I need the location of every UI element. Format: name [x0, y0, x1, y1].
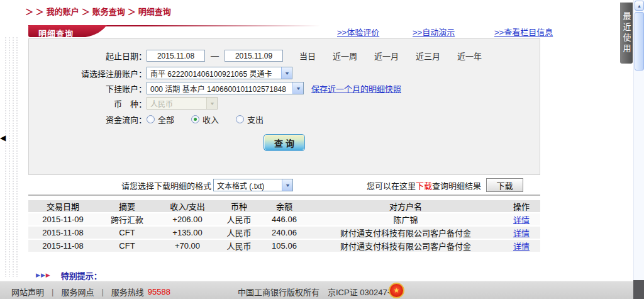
registered-account-value: 南平 6222001406100921065 灵通卡: [147, 68, 281, 79]
recently-used-tab[interactable]: 最近使用: [620, 3, 633, 64]
download-hint-emphasis: 下载: [416, 181, 432, 191]
special-notice: ▶ ▶ ▶ 特别提示：: [36, 269, 102, 281]
quick-range-week[interactable]: 近一周: [333, 50, 357, 62]
cell-summary: CFT: [97, 227, 157, 239]
quick-range-links: 当日 近一周 近一月 近三月 近一年: [299, 50, 482, 62]
download-button[interactable]: 下载: [486, 178, 523, 192]
service-branch-link[interactable]: 服务网点: [61, 286, 94, 298]
flow-radio-all[interactable]: 全部: [147, 113, 174, 125]
transaction-table: 交易日期 摘要 收入/支出 币种 余额 对方户名 操作 2015-11-09 跨…: [28, 199, 540, 253]
currency-value: 人民币: [147, 98, 206, 109]
auto-demo-link[interactable]: >>自动演示: [413, 26, 455, 38]
scroll-up-arrow-icon: ▲: [637, 4, 641, 8]
footer-links: 网站声明 | 服务网点 | 服务热线 95588: [11, 286, 170, 298]
flow-radio-income[interactable]: 收入: [191, 113, 219, 125]
breadcrumb-separator: ＞: [128, 7, 136, 16]
sub-account-label: 下挂账户：: [29, 82, 147, 94]
registered-account-label: 请选择注册账户：: [29, 67, 147, 79]
radio-icon: [236, 115, 244, 123]
cell-amount: +206.00: [157, 213, 218, 225]
radio-icon: [147, 115, 155, 123]
detail-link[interactable]: 详情: [513, 242, 530, 251]
cell-counterparty: 财付通支付科技有限公司客户备付金: [309, 227, 502, 239]
left-margin-texture: [4, 37, 20, 277]
cell-counterparty: 财付通支付科技有限公司客户备付金: [309, 240, 502, 252]
cell-summary: CFT: [97, 240, 157, 252]
flow-radio-all-label: 全部: [158, 113, 174, 125]
column-info-link[interactable]: >>查看栏目信息: [494, 26, 553, 38]
quick-range-quarter[interactable]: 近三月: [416, 50, 440, 62]
fund-flow-row: 资金流向： 全部 收入 支出: [29, 113, 540, 125]
page-title: 明细查询: [38, 27, 74, 39]
security-badge-icon[interactable]: ★: [389, 283, 404, 298]
table-row: 2015-11-08 CFT +135.00 人民币 240.06 财付通支付科…: [28, 227, 540, 239]
cell-action: 详情: [502, 240, 540, 252]
currency-label: 币 种：: [29, 98, 147, 110]
query-button-row: 查 询: [29, 134, 540, 151]
col-summary: 摘要: [97, 200, 157, 212]
date-range-label: 起止日期：: [29, 50, 147, 62]
cell-action: 详情: [502, 213, 540, 225]
cell-amount: +135.00: [157, 227, 218, 239]
vertical-scrollbar: ▲: [633, 0, 644, 280]
section-divider: [28, 195, 540, 196]
download-format-label: 请您选择下载明细的格式: [121, 179, 211, 191]
breadcrumb-separator: ＞: [82, 7, 90, 16]
cell-currency: 人民币: [218, 227, 260, 239]
breadcrumb-prefix: ＞ ＞: [25, 7, 44, 16]
hotline-number: 95588: [148, 287, 170, 296]
table-row: 2015-11-08 CFT +70.00 人民币 105.06 财付通支付科技…: [28, 240, 540, 252]
registered-account-select[interactable]: 南平 6222001406100921065 灵通卡 ▼: [147, 67, 292, 79]
flow-radio-expense-label: 支出: [247, 113, 264, 125]
quick-range-today[interactable]: 当日: [299, 50, 316, 62]
footer: 网站声明 | 服务网点 | 服务热线 95588 中国工商银行版权所有 京ICP…: [0, 281, 633, 299]
sub-account-select[interactable]: 000 活期 基本户 1406600101102571848 ▼: [147, 82, 304, 94]
quick-range-year[interactable]: 近一年: [457, 50, 482, 62]
scrollbar-bottom-corner: [633, 280, 644, 299]
chevron-down-icon: ▼: [292, 82, 303, 94]
save-snapshot-link[interactable]: 保存近一个月的明细快照: [311, 82, 401, 94]
footer-separator: |: [101, 287, 103, 296]
footer-separator: |: [52, 287, 53, 296]
notice-arrow-icon: ▶: [36, 273, 40, 278]
quick-range-month[interactable]: 近一月: [374, 50, 399, 62]
cell-balance: 240.06: [260, 227, 309, 239]
table-header-row: 交易日期 摘要 收入/支出 币种 余额 对方户名 操作: [28, 200, 540, 212]
scrollbar-thumb[interactable]: [635, 12, 644, 71]
breadcrumb-item-account-query[interactable]: 账务查询: [92, 7, 125, 16]
notice-arrow-icon: ▶: [41, 273, 45, 278]
cell-amount: +70.00: [157, 240, 218, 252]
special-notice-label: 特别提示：: [61, 269, 102, 281]
cell-currency: 人民币: [218, 240, 260, 252]
download-row: 请您选择下载明细的格式 文本格式 (.txt) ▼ 您可以在这里下载查询明细结果…: [28, 178, 540, 192]
detail-link[interactable]: 详情: [513, 215, 530, 225]
cell-currency: 人民币: [218, 213, 260, 225]
registered-account-row: 请选择注册账户： 南平 6222001406100921065 灵通卡 ▼: [29, 67, 540, 79]
sub-account-value: 000 活期 基本户 1406600101102571848: [147, 83, 292, 94]
flow-radio-expense[interactable]: 支出: [236, 113, 264, 125]
download-format-select[interactable]: 文本格式 (.txt) ▼: [213, 179, 293, 191]
currency-row: 币 种： 人民币 ▼: [29, 97, 540, 110]
collapse-left-icon[interactable]: ◀: [0, 134, 6, 142]
breadcrumb-item-my-account[interactable]: 我的账户: [47, 7, 79, 16]
date-from-input[interactable]: [147, 50, 205, 62]
site-statement-link[interactable]: 网站声明: [11, 286, 44, 298]
currency-select-disabled: 人民币 ▼: [147, 97, 218, 110]
download-hint: 您可以在这里下载查询明细结果: [367, 179, 481, 191]
cell-counterparty: 陈广锦: [309, 213, 502, 225]
sub-account-row: 下挂账户： 000 活期 基本户 1406600101102571848 ▼ 保…: [29, 82, 540, 94]
col-currency: 币种: [218, 200, 260, 212]
experience-feedback-link[interactable]: >>体验评价: [337, 26, 379, 38]
scroll-up-button[interactable]: ▲: [635, 1, 644, 11]
cell-date: 2015-11-09: [28, 213, 97, 225]
col-balance: 余额: [260, 200, 309, 212]
col-amount: 收入/支出: [157, 200, 218, 212]
date-to-input[interactable]: [225, 50, 283, 62]
hotline-label: 服务热线: [111, 286, 144, 298]
date-range-dash: —: [211, 51, 219, 60]
cell-balance: 446.06: [260, 213, 309, 225]
breadcrumb-item-detail-query[interactable]: 明细查询: [138, 7, 171, 16]
flow-radio-income-label: 收入: [203, 113, 219, 125]
detail-link[interactable]: 详情: [513, 228, 530, 238]
query-button[interactable]: 查 询: [264, 134, 305, 151]
